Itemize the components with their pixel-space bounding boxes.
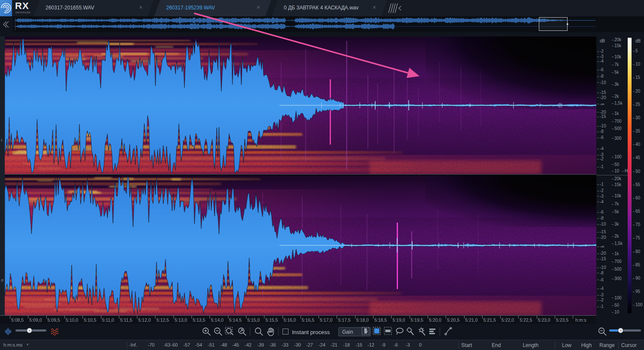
- harmonics-selection-tool-icon[interactable]: [428, 327, 437, 335]
- meter-scale-value: -63: [164, 342, 170, 347]
- meter-scale-value: -45: [232, 342, 239, 347]
- blend-slider-knob[interactable]: [27, 328, 32, 333]
- time-format-selector[interactable]: h:m:s.ms: [3, 342, 23, 347]
- time-label: 5:23,0: [538, 317, 550, 323]
- time-selection-tool-icon[interactable]: [361, 327, 370, 335]
- time-ruler[interactable]: h:m:s 5:08,55:09,05:09,55:10,05:10,55:11…: [0, 315, 596, 324]
- freq-tick: 500: [612, 267, 622, 272]
- amp-tick: -4: [597, 200, 604, 204]
- time-label: 5:18,0: [356, 317, 369, 323]
- tab-close-icon[interactable]: ×: [139, 4, 143, 11]
- amp-tick: -10: [597, 124, 606, 128]
- amp-tick: -6: [597, 136, 604, 140]
- freq-tick: 1k: [612, 252, 619, 256]
- tab-file-3[interactable]: 0 ДБ ЗАВТРАК 4 КАСКАДА.wav ×: [272, 0, 387, 16]
- grad-tick: 80: [633, 250, 640, 254]
- spectrogram-color-scale[interactable]: [628, 38, 632, 313]
- channel-label-left: L: [1, 138, 3, 142]
- freq-tick: 10k: [612, 194, 621, 198]
- spectrogram-channel-2[interactable]: [5, 175, 596, 315]
- overview-strip[interactable]: [0, 16, 644, 32]
- time-label: 5:18,5: [374, 317, 387, 323]
- collapse-overview-icon[interactable]: [1, 21, 10, 28]
- grad-tick: 70: [633, 223, 640, 227]
- grad-tick: 35: [633, 129, 640, 133]
- amp-tick: -8: [597, 216, 604, 220]
- frequency-selection-tool-icon[interactable]: [384, 327, 392, 335]
- amp-tick: -4: [597, 59, 604, 63]
- grad-tick: 55: [633, 183, 640, 187]
- hand-tool-icon[interactable]: [265, 327, 276, 337]
- time-label: 5:08,5: [11, 317, 24, 323]
- time-label: 5:15,0: [247, 317, 260, 323]
- meter-scale-value: -36: [269, 342, 276, 347]
- freq-tick: 10k: [612, 55, 621, 59]
- time-tick: [155, 316, 155, 319]
- time-tick: [373, 316, 374, 319]
- time-label: 5:12,5: [156, 317, 169, 323]
- zoom-out-icon[interactable]: [213, 327, 223, 336]
- zoom-out-small-icon[interactable]: [598, 327, 607, 336]
- rx-spiral-icon: [0, 0, 12, 16]
- time-label: 5:17,0: [320, 317, 332, 323]
- time-tick: [428, 316, 428, 319]
- spectrogram-channel-1[interactable]: [5, 36, 596, 174]
- grad-tick: 85: [633, 263, 640, 267]
- statusbar-divider: [459, 342, 459, 349]
- meter-scale-value: -12: [368, 342, 374, 347]
- instant-process-checkbox[interactable]: [283, 329, 289, 335]
- time-tick: [173, 316, 174, 319]
- spectrogram-view-icon[interactable]: [51, 327, 60, 336]
- chevron-down-icon[interactable]: ▾: [27, 342, 29, 347]
- time-frequency-selection-tool-icon[interactable]: [373, 327, 381, 335]
- field-end: End: [492, 342, 501, 348]
- amp-tick: -3: [597, 293, 604, 297]
- zoom-in-icon[interactable]: [202, 327, 211, 336]
- tab-list-icon[interactable]: [388, 3, 404, 14]
- amp-tick: -4: [597, 147, 604, 151]
- amp-tick: -10: [597, 266, 606, 270]
- tab-file-1[interactable]: 260317-201655.WAV ×: [33, 0, 154, 16]
- waveform-view-icon[interactable]: [4, 328, 13, 335]
- zoom-selection-icon[interactable]: [225, 327, 235, 336]
- tab-label: 260317-201655.WAV: [46, 5, 94, 11]
- overview-waveform[interactable]: [14, 16, 596, 32]
- tab-file-2-active[interactable]: 260317-195239.WAV ×: [154, 0, 271, 16]
- time-label: 5:20,0: [429, 317, 441, 323]
- amp-tick: -15: [597, 257, 606, 261]
- toolbar: Instant process Gain ▾: [0, 324, 644, 340]
- time-tick: [573, 316, 573, 319]
- time-tick: [283, 316, 283, 319]
- grad-tick: 15: [633, 75, 640, 80]
- h-zoom-slider-knob[interactable]: [618, 328, 623, 333]
- amp-tick: -3: [597, 54, 604, 59]
- meter-scale-value: 0: [419, 342, 422, 347]
- meter-scale-value: -51: [208, 342, 215, 347]
- channel-gutter: L R: [0, 36, 5, 315]
- magnifier-tool-icon[interactable]: [254, 327, 264, 336]
- amp-tick: -15: [597, 230, 606, 234]
- time-tick: [228, 316, 228, 319]
- lasso-tool-icon[interactable]: [395, 327, 404, 336]
- time-tick: [210, 316, 210, 319]
- tab-close-icon[interactable]: ×: [373, 4, 376, 11]
- overview-selection-region[interactable]: [539, 18, 568, 31]
- freq-tick: 15k: [612, 44, 621, 48]
- amp-tick: -1: [597, 182, 604, 187]
- amp-tick: -15: [597, 115, 606, 119]
- brand-sub: ADVANCED: [15, 11, 30, 14]
- zoom-reset-icon[interactable]: [237, 327, 247, 336]
- brush-tool-icon[interactable]: [406, 327, 416, 336]
- grad-tick: 75: [633, 236, 640, 240]
- module-select-value: Gain: [342, 329, 353, 335]
- meter-scale-value: -3: [406, 342, 410, 347]
- amp-tick: -15: [597, 91, 606, 95]
- magic-wand-tool-icon[interactable]: [417, 327, 427, 336]
- time-label: 5:17,5: [338, 317, 350, 323]
- amp-tick: -1: [597, 305, 604, 309]
- time-label: 5:11,0: [102, 317, 114, 323]
- time-tick: [46, 316, 47, 319]
- nodes-polyline-icon[interactable]: [444, 327, 454, 336]
- grad-tick: 25: [633, 103, 640, 107]
- tab-close-icon[interactable]: ×: [257, 4, 260, 11]
